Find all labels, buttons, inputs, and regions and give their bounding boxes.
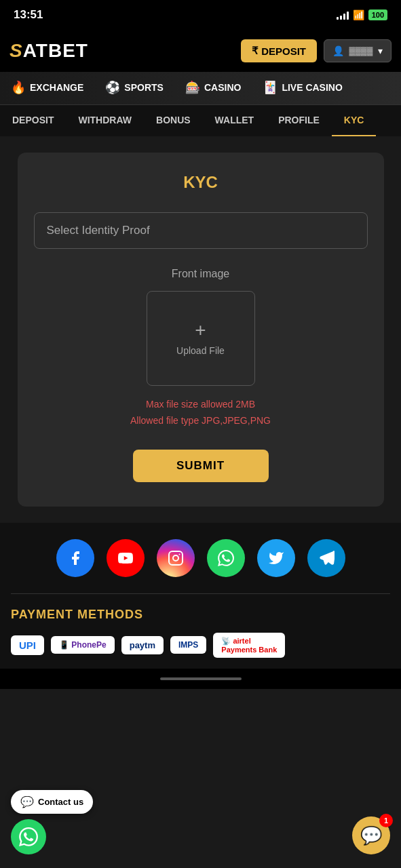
imps-logo: IMPS bbox=[170, 636, 206, 654]
twitter-icon[interactable] bbox=[257, 539, 295, 577]
upload-plus-icon: + bbox=[195, 321, 206, 340]
main-content: KYC Select Identity Proof Front image + … bbox=[0, 136, 401, 523]
upload-label: Upload File bbox=[176, 345, 225, 356]
social-row bbox=[11, 539, 390, 577]
chat-notification-badge: 1 bbox=[379, 814, 393, 827]
submit-button[interactable]: SUBMIT bbox=[133, 450, 269, 482]
facebook-icon[interactable] bbox=[56, 539, 94, 577]
tab-live-casino[interactable]: 🃏 LIVE CASINO bbox=[252, 72, 353, 104]
user-icon: 👤 bbox=[332, 45, 344, 56]
footer: PAYMENT METHODS UPI 📱 PhonePe paytm IMPS… bbox=[0, 523, 401, 669]
tab-casino-label: CASINO bbox=[204, 82, 241, 93]
status-icons: 📶 100 bbox=[337, 9, 387, 20]
tab-exchange[interactable]: 🔥 EXCHANGE bbox=[0, 72, 94, 104]
upi-logo: UPI bbox=[11, 635, 44, 655]
whatsapp-icon[interactable] bbox=[207, 539, 245, 577]
battery-indicator: 100 bbox=[368, 9, 387, 20]
whatsapp-float-button[interactable] bbox=[11, 819, 46, 854]
identity-proof-placeholder: Select Identity Proof bbox=[47, 224, 150, 237]
chat-icon: 💬 bbox=[360, 825, 382, 846]
tab-live-casino-label: LIVE CASINO bbox=[282, 82, 342, 93]
contact-label: Contact us bbox=[38, 797, 83, 807]
chevron-down-icon: ▾ bbox=[378, 45, 383, 56]
airtel-logo: 📡 airtelPayments Bank bbox=[213, 633, 285, 658]
subnav-kyc[interactable]: KYC bbox=[332, 105, 377, 136]
subnav-profile[interactable]: PROFILE bbox=[266, 105, 332, 136]
instagram-icon[interactable] bbox=[157, 539, 195, 577]
tab-sports-label: SPORTS bbox=[124, 82, 164, 93]
rupee-icon: ₹ bbox=[252, 45, 259, 57]
payment-logos: UPI 📱 PhonePe paytm IMPS 📡 airtelPayment… bbox=[11, 633, 390, 658]
logo: SATBET bbox=[9, 40, 88, 62]
logo-text: ATBET bbox=[23, 40, 88, 61]
signal-icon bbox=[337, 10, 349, 20]
max-file-size-info: Max file size allowed 2MB bbox=[34, 397, 368, 413]
chat-float-button[interactable]: 💬 1 bbox=[352, 816, 390, 854]
nav-tabs: 🔥 EXCHANGE ⚽ SPORTS 🎰 CASINO 🃏 LIVE CASI… bbox=[0, 72, 401, 105]
tab-casino[interactable]: 🎰 CASINO bbox=[174, 72, 252, 104]
contact-whatsapp-icon: 💬 bbox=[20, 795, 34, 808]
live-casino-icon: 🃏 bbox=[263, 80, 278, 95]
deposit-label: DEPOSIT bbox=[261, 45, 306, 57]
file-info: Max file size allowed 2MB Allowed file t… bbox=[34, 397, 368, 429]
exchange-icon: 🔥 bbox=[11, 80, 26, 95]
youtube-icon[interactable] bbox=[107, 539, 145, 577]
status-bar: 13:51 📶 100 bbox=[0, 0, 401, 30]
phonepe-logo: 📱 PhonePe bbox=[51, 636, 115, 654]
upload-box[interactable]: + Upload File bbox=[147, 291, 255, 386]
deposit-button[interactable]: ₹ DEPOSIT bbox=[241, 39, 317, 62]
sub-nav: DEPOSIT WITHDRAW BONUS WALLET PROFILE KY… bbox=[0, 105, 401, 136]
status-time: 13:51 bbox=[14, 8, 43, 22]
svg-point-3 bbox=[178, 553, 180, 555]
header: SATBET ₹ DEPOSIT 👤 ▓▓▓▓ ▾ bbox=[0, 30, 401, 72]
subnav-bonus[interactable]: BONUS bbox=[144, 105, 203, 136]
divider bbox=[11, 593, 390, 594]
payment-title: PAYMENT METHODS bbox=[11, 608, 390, 622]
sports-icon: ⚽ bbox=[105, 80, 120, 95]
svg-point-2 bbox=[173, 555, 178, 561]
casino-icon: 🎰 bbox=[185, 80, 200, 95]
svg-rect-1 bbox=[169, 551, 183, 565]
telegram-icon[interactable] bbox=[307, 539, 345, 577]
kyc-title: KYC bbox=[34, 173, 368, 192]
front-image-label: Front image bbox=[34, 268, 368, 280]
wifi-icon: 📶 bbox=[353, 9, 364, 20]
identity-proof-selector[interactable]: Select Identity Proof bbox=[34, 212, 368, 249]
contact-badge[interactable]: 💬 Contact us bbox=[11, 790, 93, 814]
kyc-card: KYC Select Identity Proof Front image + … bbox=[18, 153, 384, 507]
tab-exchange-label: EXCHANGE bbox=[30, 82, 83, 93]
allowed-file-types-info: Allowed file type JPG,JPEG,PNG bbox=[34, 413, 368, 429]
logo-s: S bbox=[9, 40, 23, 61]
subnav-wallet[interactable]: WALLET bbox=[203, 105, 267, 136]
home-indicator bbox=[0, 669, 401, 689]
home-bar bbox=[160, 677, 242, 680]
paytm-logo: paytm bbox=[121, 636, 164, 654]
header-actions: ₹ DEPOSIT 👤 ▓▓▓▓ ▾ bbox=[241, 39, 392, 62]
account-text: ▓▓▓▓ bbox=[349, 46, 373, 56]
account-button[interactable]: 👤 ▓▓▓▓ ▾ bbox=[324, 39, 392, 62]
subnav-deposit[interactable]: DEPOSIT bbox=[0, 105, 66, 136]
subnav-withdraw[interactable]: WITHDRAW bbox=[66, 105, 144, 136]
tab-sports[interactable]: ⚽ SPORTS bbox=[94, 72, 174, 104]
